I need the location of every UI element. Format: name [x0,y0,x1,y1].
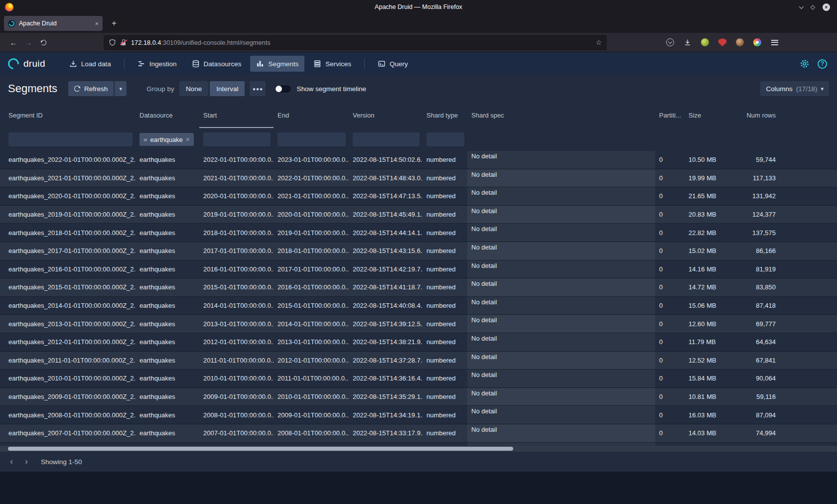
refresh-button[interactable]: Refresh [68,81,114,96]
pocket-icon[interactable] [664,36,677,49]
table-row[interactable]: earthquakes_2020-01-01T00:00:00.000Z_2..… [0,187,837,206]
column-header-shard-spec[interactable]: Shard spec [467,102,655,128]
more-options-button[interactable]: ●●● [250,81,266,96]
column-header-partition[interactable]: Partiti... [655,102,685,128]
page-background [0,472,837,504]
previous-page-button[interactable]: ‹ [5,455,18,468]
cell-shard-spec: No detail [467,224,655,242]
settings-gear-icon[interactable] [800,59,810,69]
nav-segments[interactable]: Segments [250,56,304,72]
forward-button[interactable]: → [21,35,36,49]
column-header-version[interactable]: Version [349,102,422,128]
scrollbar-thumb[interactable] [8,447,513,451]
table-row[interactable]: earthquakes_2022-01-01T00:00:00.000Z_2..… [0,151,837,169]
cell-version: 2022-08-15T14:39:12.5... [349,315,422,333]
cell-start: 2007-01-01T00:00:00.0... [199,424,274,442]
cell-shard-spec: No detail [467,260,655,278]
cell-shard-type: numbered [422,315,467,333]
table-row[interactable]: earthquakes_2011-01-01T00:00:00.000Z_2..… [0,352,837,370]
cell-partition: 0 [655,260,685,278]
table-row[interactable]: earthquakes_2016-01-01T00:00:00.000Z_2..… [0,260,837,279]
columns-button[interactable]: Columns (17/18) ▾ [760,81,829,96]
table-row[interactable]: earthquakes_2019-01-01T00:00:00.000Z_2..… [0,206,837,224]
next-page-button[interactable]: › [20,455,33,468]
nav-load-data[interactable]: Load data [63,56,117,72]
table-row[interactable]: earthquakes_2013-01-01T00:00:00.000Z_2..… [0,315,837,333]
cell-partition: 0 [655,242,685,260]
table-row[interactable]: earthquakes_2015-01-01T00:00:00.000Z_2..… [0,278,837,297]
cell-start: 2013-01-01T00:00:00.0... [199,315,274,333]
cell-version: 2022-08-15T14:41:18.7... [349,278,422,296]
url-bar[interactable]: 172.18.0.4:30109/unified-console.html#se… [104,35,607,50]
column-header-num-rows[interactable]: Num rows [739,102,780,128]
column-header-start[interactable]: Start [199,102,274,128]
extension-green-icon[interactable] [698,36,711,49]
cell-datasource: earthquakes [136,333,199,351]
cell-shard-spec: No detail [467,424,655,442]
column-header-segment-id[interactable]: Segment ID [0,102,136,128]
cell-num-rows: 59,116 [739,388,780,406]
toolbar-icons [664,36,781,49]
help-icon[interactable]: ? [818,59,827,69]
tab-apache-druid[interactable]: Apache Druid × [4,16,103,31]
table-row[interactable]: earthquakes_2010-01-01T00:00:00.000Z_2..… [0,370,837,388]
druid-logo[interactable]: druid [8,58,45,69]
table-row[interactable]: earthquakes_2012-01-01T00:00:00.000Z_2..… [0,333,837,352]
shard-type-filter-input[interactable] [426,132,464,146]
cell-partition: 0 [655,406,685,424]
cell-filler [780,352,837,370]
url-text[interactable]: 172.18.0.4:30109/unified-console.html#se… [131,39,271,46]
horizontal-scrollbar[interactable] [0,446,837,452]
table-row[interactable]: earthquakes_2007-01-01T00:00:00.000Z_2..… [0,424,837,443]
segment-timeline-toggle[interactable] [275,85,291,93]
table-row[interactable]: earthquakes_2017-01-01T00:00:00.000Z_2..… [0,242,837,260]
start-filter-input[interactable] [203,132,271,146]
back-button[interactable]: ← [6,35,21,49]
column-header-end[interactable]: End [274,102,349,128]
table-row[interactable]: earthquakes_2021-01-01T00:00:00.000Z_2..… [0,169,837,188]
table-row[interactable]: earthquakes_2018-01-01T00:00:00.000Z_2..… [0,224,837,242]
insecure-lock-icon[interactable] [120,39,127,46]
column-header-size[interactable]: Size [685,102,739,128]
table-row[interactable]: earthquakes_2009-01-01T00:00:00.000Z_2..… [0,388,837,406]
cell-shard-type: numbered [422,224,467,242]
bookmark-star-icon[interactable]: ☆ [595,38,602,46]
table-row[interactable]: earthquakes_2008-01-01T00:00:00.000Z_2..… [0,406,837,424]
column-header-shard-type[interactable]: Shard type [422,102,467,128]
cell-size: 20.83 MB [685,206,739,224]
group-by-interval-button[interactable]: Interval [210,81,245,96]
extension-colorful-icon[interactable] [751,36,764,49]
menu-hamburger-icon[interactable] [768,36,781,49]
nav-query[interactable]: Query [372,56,414,72]
table-row[interactable]: earthquakes_2014-01-01T00:00:00.000Z_2..… [0,297,837,315]
close-window-button[interactable]: × [823,3,830,11]
cell-shard-type: numbered [422,151,467,169]
new-tab-button[interactable]: + [108,17,121,30]
nav-datasources[interactable]: Datasources [186,56,248,72]
ublock-extension-icon[interactable] [716,36,729,49]
downloads-icon[interactable] [681,36,694,49]
datasource-filter-tag[interactable]: = earthquake × [140,133,194,146]
minimize-button[interactable] [800,5,803,9]
cell-shard-spec: No detail [467,388,655,406]
cell-partition: 0 [655,224,685,242]
reload-button[interactable] [36,35,51,49]
column-header-datasource[interactable]: Datasource [136,102,199,128]
nav-label: Load data [81,60,111,68]
nav-services[interactable]: Services [307,56,357,72]
nav-ingestion[interactable]: Ingestion [132,56,183,72]
end-filter-input[interactable] [278,132,346,146]
page-title: Segments [8,82,57,95]
maximize-button[interactable]: ◇ [811,3,815,10]
tab-close-icon[interactable]: × [95,20,99,27]
cell-start: 2017-01-01T00:00:00.0... [199,242,274,260]
tracking-shield-icon[interactable] [109,39,116,46]
version-filter-input[interactable] [353,132,419,146]
cell-num-rows: 69,777 [739,315,780,333]
profile-avatar-icon[interactable] [733,36,746,49]
firefox-logo-icon [5,3,13,11]
remove-filter-icon[interactable]: × [186,135,190,143]
group-by-none-button[interactable]: None [179,81,208,96]
refresh-dropdown-button[interactable]: ▾ [115,81,127,96]
segment-id-filter-input[interactable] [8,132,133,146]
